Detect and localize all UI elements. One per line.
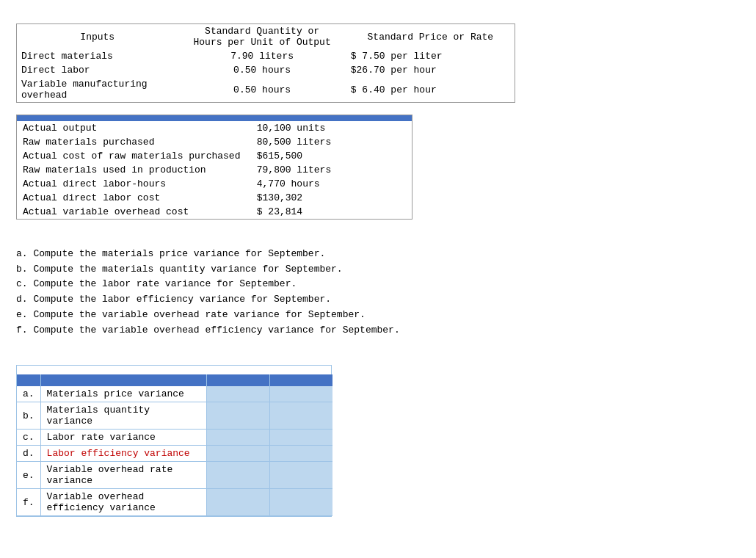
actual-value: 4,770 hours (251, 177, 412, 191)
table-row: Actual direct labor-hours 4,770 hours (17, 177, 412, 191)
answer-row: e. Variable overhead rate variance (17, 462, 332, 489)
required-item: e. Compute the variable overhead rate va… (16, 309, 366, 320)
required-item: c. Compute the labor rate variance for S… (16, 278, 297, 289)
answer-row: d. Labor efficiency variance (17, 446, 332, 462)
row-letter: a. (17, 386, 40, 402)
price-value: $ 6.40 per hour (346, 77, 515, 102)
effect-cell[interactable] (269, 430, 332, 446)
table-row: Direct materials 7.90 liters $ 7.50 per … (17, 49, 515, 63)
variance-label: Variable overhead efficiency variance (40, 489, 206, 516)
input-label: Direct materials (17, 49, 178, 63)
actual-label: Actual direct labor cost (17, 191, 251, 205)
table-row: Actual direct labor cost $130,302 (17, 191, 412, 205)
standard-table-container: Inputs Standard Quantity orHours per Uni… (16, 23, 515, 103)
qty-value: 0.50 hours (178, 77, 346, 102)
price-value: $ 7.50 per liter (346, 49, 515, 63)
row-letter: e. (17, 462, 40, 489)
actual-label: Actual output (17, 121, 251, 135)
amount-input[interactable] (213, 410, 263, 421)
effect-cell[interactable] (269, 446, 332, 462)
table-row: Direct labor 0.50 hours $26.70 per hour (17, 63, 515, 77)
effect-input[interactable] (276, 388, 327, 399)
effect-cell[interactable] (269, 386, 332, 402)
input-label: Direct labor (17, 63, 178, 77)
required-item: d. Compute the labor efficiency variance… (16, 294, 331, 305)
variance-label: Labor efficiency variance (40, 446, 206, 462)
col-header-inputs: Inputs (17, 24, 178, 49)
input-label: Variable manufacturing overhead (17, 77, 178, 102)
required-items: a. Compute the materials price variance … (16, 248, 400, 336)
actual-label: Actual cost of raw materials purchased (17, 149, 251, 163)
amount-cell[interactable] (206, 462, 269, 489)
answer-row: b. Materials quantity variance (17, 402, 332, 430)
row-letter: b. (17, 402, 40, 430)
actual-label: Actual variable overhead cost (17, 205, 251, 219)
table-row: Actual variable overhead cost $ 23,814 (17, 205, 412, 219)
amount-input[interactable] (213, 432, 263, 443)
effect-input[interactable] (276, 470, 327, 481)
row-letter: c. (17, 430, 40, 446)
required-item: f. Compute the variable overhead efficie… (16, 325, 400, 336)
effect-input[interactable] (276, 497, 327, 508)
actual-value: $ 23,814 (251, 205, 412, 219)
row-letter: d. (17, 446, 40, 462)
answer-row: c. Labor rate variance (17, 430, 332, 446)
col-header-price: Standard Price or Rate (346, 24, 515, 49)
qty-value: 7.90 liters (178, 49, 346, 63)
amount-cell[interactable] (206, 402, 269, 430)
table-row: Actual output 10,100 units (17, 121, 412, 135)
effect-cell[interactable] (269, 462, 332, 489)
standard-table: Inputs Standard Quantity orHours per Uni… (17, 24, 515, 102)
actual-value: $615,500 (251, 149, 412, 163)
actual-table-container: Actual output 10,100 units Raw materials… (16, 115, 412, 220)
effect-input[interactable] (276, 448, 327, 459)
answer-row: a. Materials price variance (17, 386, 332, 402)
actual-table: Actual output 10,100 units Raw materials… (17, 115, 412, 219)
effect-input[interactable] (276, 410, 327, 421)
amount-input[interactable] (213, 448, 263, 459)
amount-input[interactable] (213, 388, 263, 399)
actual-label: Raw materials purchased (17, 135, 251, 149)
table-row: Raw materials used in production 79,800 … (17, 163, 412, 177)
amount-cell[interactable] (206, 446, 269, 462)
effect-cell[interactable] (269, 489, 332, 516)
price-value: $26.70 per hour (346, 63, 515, 77)
answer-row: f. Variable overhead efficiency variance (17, 489, 332, 516)
actual-value: 10,100 units (251, 121, 412, 135)
table-row: Actual cost of raw materials purchased $… (17, 149, 412, 163)
qty-value: 0.50 hours (178, 63, 346, 77)
effect-cell[interactable] (269, 402, 332, 430)
variance-label: Labor rate variance (40, 430, 206, 446)
table-row: Raw materials purchased 80,500 liters (17, 135, 412, 149)
variance-label: Materials price variance (40, 386, 206, 402)
required-item: b. Compute the materials quantity varian… (16, 264, 343, 275)
amount-cell[interactable] (206, 386, 269, 402)
row-letter: f. (17, 489, 40, 516)
actual-label: Actual direct labor-hours (17, 177, 251, 191)
actual-value: $130,302 (251, 191, 412, 205)
variance-label: Materials quantity variance (40, 402, 206, 430)
amount-input[interactable] (213, 470, 263, 481)
actual-value: 80,500 liters (251, 135, 412, 149)
col-header-qty: Standard Quantity orHours per Unit of Ou… (178, 24, 346, 49)
actual-label: Raw materials used in production (17, 163, 251, 177)
table-row: Variable manufacturing overhead 0.50 hou… (17, 77, 515, 102)
answer-table: a. Materials price variance b. Materials… (17, 374, 332, 516)
actual-value: 79,800 liters (251, 163, 412, 177)
amount-input[interactable] (213, 497, 263, 508)
effect-input[interactable] (276, 432, 327, 443)
required-section: a. Compute the materials price variance … (16, 231, 740, 353)
amount-cell[interactable] (206, 489, 269, 516)
amount-cell[interactable] (206, 430, 269, 446)
required-item: a. Compute the materials price variance … (16, 248, 325, 259)
answer-table-container: a. Materials price variance b. Materials… (16, 365, 332, 517)
variance-label: Variable overhead rate variance (40, 462, 206, 489)
